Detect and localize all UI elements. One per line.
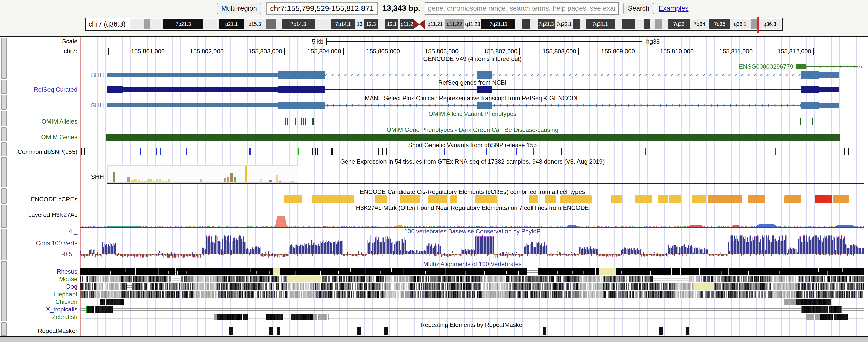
mane-shh-exon[interactable]: [801, 102, 819, 109]
ccre-block[interactable]: [692, 195, 706, 203]
snp-tick[interactable]: [386, 148, 387, 155]
multiz-row-elephant[interactable]: [80, 291, 865, 298]
multiz-row-rhesus[interactable]: [80, 268, 865, 275]
snp-tick[interactable]: [249, 148, 251, 155]
track-title[interactable]: MANE Select Plus Clinical: Representativ…: [365, 95, 580, 102]
multiz-row-zebrafish[interactable]: [80, 314, 865, 320]
track-label--0-5-[interactable]: -0.5 _: [0, 251, 77, 258]
snp-tick[interactable]: [775, 148, 776, 155]
track-config-button[interactable]: [1, 261, 6, 321]
ccre-block[interactable]: [429, 195, 447, 203]
repeat-element[interactable]: [277, 328, 280, 335]
repeat-element[interactable]: [686, 328, 689, 335]
mane-shh-exon[interactable]: [477, 102, 492, 109]
snp-tick[interactable]: [298, 148, 299, 155]
gtex-bar[interactable]: [260, 179, 262, 182]
gencode-shh-exon[interactable]: [801, 71, 819, 79]
track-label-repeatmasker[interactable]: RepeatMasker: [0, 328, 77, 335]
gtex-bar[interactable]: [156, 179, 158, 182]
gtex-bar[interactable]: [199, 179, 202, 182]
multiz-row-x_tropicalis[interactable]: [80, 306, 865, 313]
snp-tick[interactable]: [186, 148, 187, 155]
track-config-button[interactable]: [1, 229, 6, 260]
feature-label[interactable]: ENSG00000296779: [709, 63, 793, 70]
track-title[interactable]: OMIM Gene Phenotypes - Dark Green Can Be…: [386, 126, 558, 133]
snp-tick[interactable]: [628, 148, 629, 155]
repeat-element[interactable]: [357, 328, 361, 335]
gtex-bar[interactable]: [131, 180, 134, 182]
ccre-block[interactable]: [375, 195, 387, 203]
gencode-shh-exon[interactable]: [107, 73, 278, 77]
snp-tick[interactable]: [214, 148, 215, 155]
snp-tick[interactable]: [444, 148, 445, 155]
track-title[interactable]: ENCODE Candidate Cis-Regulatory Elements…: [360, 188, 585, 195]
snp-tick[interactable]: [315, 148, 315, 155]
ccre-block[interactable]: [284, 195, 302, 203]
track-config-button[interactable]: [1, 188, 6, 204]
gencode-shh-exon[interactable]: [477, 71, 492, 79]
track-label-elephant[interactable]: Elephant: [0, 291, 77, 298]
ccre-block[interactable]: [451, 195, 458, 203]
snp-tick[interactable]: [317, 148, 317, 155]
ccre-block[interactable]: [635, 195, 652, 203]
omim-allele-tick[interactable]: [800, 118, 801, 125]
ccre-block[interactable]: [611, 195, 622, 203]
track-title[interactable]: Repeating Elements by RepeatMasker: [421, 321, 524, 329]
gtex-bar[interactable]: [279, 181, 281, 182]
snp-tick[interactable]: [140, 148, 141, 155]
snp-tick[interactable]: [791, 148, 792, 155]
snp-tick[interactable]: [382, 148, 383, 155]
gtex-bar[interactable]: [162, 181, 164, 182]
track-label-rhesus[interactable]: Rhesus: [0, 268, 77, 275]
track-label-mouse[interactable]: Mouse: [0, 276, 77, 283]
track-title[interactable]: 100 vertebrates Basewise Conservation by…: [404, 228, 540, 235]
multiz-row-mouse[interactable]: [80, 276, 865, 282]
ccre-block[interactable]: [560, 195, 592, 203]
repeat-element[interactable]: [659, 328, 662, 335]
ccre-block[interactable]: [400, 195, 420, 203]
omim-allele-tick[interactable]: [287, 118, 288, 125]
track-label-encode-ccres[interactable]: ENCODE cCREs: [0, 196, 77, 203]
omim-allele-tick[interactable]: [301, 118, 302, 125]
snp-tick[interactable]: [516, 148, 517, 155]
gtex-bar[interactable]: [245, 166, 247, 182]
gtex-bar[interactable]: [269, 180, 272, 182]
track-label-common-dbsnp-155-[interactable]: Common dbSNP(155): [0, 148, 77, 155]
snp-tick[interactable]: [312, 148, 313, 155]
track-config-button[interactable]: [1, 127, 6, 142]
snp-tick[interactable]: [533, 148, 533, 155]
ccre-block[interactable]: [815, 195, 832, 203]
gtex-bar[interactable]: [165, 181, 167, 182]
track-label-scale[interactable]: Scale: [0, 38, 77, 45]
track-label-cons-100-verts[interactable]: Cons 100 Verts: [0, 240, 77, 247]
snp-tick[interactable]: [84, 148, 85, 155]
gtex-bar[interactable]: [127, 177, 130, 182]
gtex-bar[interactable]: [234, 177, 236, 182]
gtex-bar[interactable]: [291, 181, 293, 182]
track-config-button[interactable]: [1, 143, 6, 156]
ccre-block[interactable]: [669, 195, 681, 203]
track-label-x-tropicalis[interactable]: X_tropicalis: [0, 306, 77, 313]
gtex-bar[interactable]: [134, 179, 137, 182]
repeat-element[interactable]: [269, 328, 273, 335]
omim-allele-tick[interactable]: [305, 118, 306, 125]
track-title[interactable]: GENCODE V49 (4 items filtered out): [423, 55, 521, 62]
repeat-element[interactable]: [384, 328, 388, 335]
mane-shh-exon[interactable]: [107, 103, 278, 107]
refseq-shh-intron-line[interactable]: [325, 89, 477, 90]
refseq-shh-exon[interactable]: [107, 86, 123, 93]
feature-label[interactable]: SHH: [20, 71, 104, 79]
gtex-bar[interactable]: [147, 179, 149, 182]
track-config-button[interactable]: [1, 38, 6, 79]
snp-tick[interactable]: [160, 148, 161, 155]
refseq-shh-exon[interactable]: [123, 87, 278, 92]
gtex-bar[interactable]: [138, 180, 140, 182]
repeat-element[interactable]: [543, 328, 546, 335]
omim-genes-bar[interactable]: [106, 134, 840, 141]
snp-tick[interactable]: [848, 148, 849, 155]
gtex-bar[interactable]: [159, 179, 161, 182]
track-label-4-[interactable]: 4 _: [0, 228, 77, 235]
gtex-bar[interactable]: [168, 179, 170, 182]
track-title[interactable]: OMIM Allelic Variant Phenotypes: [429, 111, 516, 118]
refseq-shh-exon[interactable]: [278, 86, 325, 93]
